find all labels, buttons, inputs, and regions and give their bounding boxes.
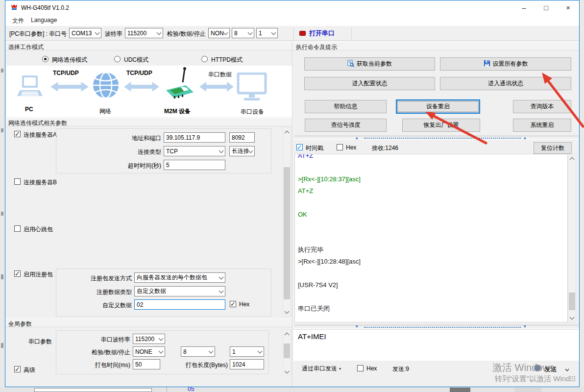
work-mode-group-header: 选择工作模式 [5, 42, 292, 50]
horizontal-splitter[interactable]: ▾ ▾ [294, 325, 579, 329]
global-parity-select[interactable]: NONE [133, 346, 165, 357]
floppy-disk-icon [484, 60, 490, 68]
background-window-fragment [1, 212, 3, 216]
log-output[interactable]: AT+Z >[Rx<-][10:28:37][asc] AT+Z OK 执行完毕… [294, 154, 568, 322]
send-input[interactable]: AT+IMEI [293, 329, 580, 361]
regpack-send-mode-select[interactable]: 向服务器发送的每个数据包 [134, 272, 225, 283]
panel-divider [292, 41, 293, 387]
button-label: 设备重启 [426, 102, 450, 111]
send-via-serial-dropdown[interactable]: 通过串口发送 ▾ [302, 365, 341, 373]
databits-select[interactable]: 8 [232, 28, 254, 38]
conn-type-select[interactable]: TCP [164, 146, 225, 156]
global-databits-value: 8 [183, 348, 209, 355]
background-window-fragment [1, 128, 3, 132]
net-params-scrollbar[interactable] [283, 127, 291, 317]
server-b-label: 连接服务器B [24, 178, 57, 187]
background-window-fragment [1, 274, 3, 279]
server-a-checkbox[interactable] [14, 131, 21, 137]
radio-net-passthrough-label: 网络透传模式 [52, 56, 87, 64]
persist-conn-select[interactable]: 长连接 [229, 146, 255, 156]
minimize-button[interactable]: – [513, 0, 535, 15]
help-info-button[interactable]: 帮助信息 [305, 100, 387, 113]
desktop: { "window": { "title": "WH-G405tf V1.0.2… [0, 0, 584, 392]
radio-udc-mode[interactable] [114, 56, 121, 62]
app-logo-icon [10, 3, 18, 13]
regpack-data-type-select[interactable]: 自定义数据 [134, 286, 225, 296]
regpack-send-mode-value: 向服务器发送的每个数据包 [137, 273, 219, 282]
scrollbar-thumb[interactable] [284, 167, 290, 299]
factory-reset-button[interactable]: 恢复出厂设置 [402, 119, 480, 132]
diagram-link-label: TCP/UDP [53, 70, 79, 76]
radio-net-passthrough[interactable] [42, 56, 49, 62]
advanced-checkbox[interactable] [14, 366, 21, 372]
set-all-params-button[interactable]: 设置所有参数 [440, 57, 571, 71]
global-stopbits-select[interactable]: 1 [230, 346, 264, 357]
send-button[interactable]: 发送 [544, 365, 557, 374]
enter-config-button[interactable]: 进入配置状态 [304, 77, 435, 90]
window-title: WH-G405tf V1.0.2 [21, 4, 69, 11]
stopbits-select[interactable]: 1 [256, 28, 278, 38]
collapse-up-icon[interactable]: ▴ [524, 134, 526, 141]
com-port-select[interactable]: COM13 [69, 28, 101, 38]
get-params-button[interactable]: 获取当前参数 [304, 57, 435, 71]
regpack-hex-checkbox[interactable] [230, 301, 236, 307]
background-window-fragment [1, 69, 3, 73]
query-version-button[interactable]: 查询版本 [513, 100, 571, 113]
collapse-up-icon[interactable]: ▴ [356, 134, 358, 141]
radio-httpd-mode[interactable] [201, 56, 208, 62]
parity-label: 检验/数据/停止 [167, 30, 206, 38]
collapse-down-icon[interactable]: ▾ [524, 323, 526, 330]
server-a-port-input[interactable] [229, 132, 255, 143]
scrollbar-thumb[interactable] [569, 293, 575, 310]
conn-type-value: TCP [166, 148, 219, 155]
send-hex-checkbox[interactable] [357, 365, 364, 371]
pack-len-input[interactable] [230, 359, 264, 369]
horizontal-splitter[interactable]: ▴ ▴ [294, 136, 579, 140]
server-a-address-input[interactable] [164, 132, 225, 143]
global-databits-select[interactable]: 8 [181, 346, 215, 357]
device-restart-button[interactable]: 设备重启 [396, 99, 480, 114]
pack-time-input[interactable] [133, 359, 160, 369]
scroll-up-icon[interactable] [285, 332, 289, 336]
chevron-down-icon [219, 289, 224, 294]
heartbeat-checkbox[interactable] [14, 225, 21, 232]
maximize-button[interactable]: □ [535, 0, 557, 15]
chevron-down-icon [271, 31, 276, 36]
net-params-group-header: 网络透传模式相关参数 [5, 118, 292, 126]
menu-language[interactable]: Language [31, 17, 57, 24]
chevron-down-icon [219, 149, 224, 154]
send-hex-label: Hex [366, 365, 377, 372]
collapse-down-icon[interactable]: ▾ [356, 323, 358, 330]
log-hex-checkbox[interactable] [337, 144, 343, 150]
regpack-checkbox[interactable] [14, 270, 21, 277]
menu-file[interactable]: 文件 [12, 17, 24, 25]
open-serial-button[interactable]: 打开串口 [299, 28, 335, 39]
scroll-down-icon[interactable] [285, 310, 289, 314]
log-line: AT+Z [298, 154, 564, 162]
global-baud-select[interactable]: 115200 [133, 334, 165, 344]
log-scrollbar[interactable] [568, 154, 576, 322]
parity-select[interactable]: NONE [208, 28, 230, 38]
system-restart-button[interactable]: 系统重启 [513, 119, 571, 132]
enter-comm-button[interactable]: 进入通讯状态 [440, 77, 571, 90]
scroll-up-icon[interactable] [285, 130, 289, 134]
background-window-strip: 05 [0, 387, 584, 392]
timeout-input[interactable] [164, 160, 225, 170]
resize-grip[interactable] [570, 376, 576, 382]
timestamp-checkbox[interactable] [296, 144, 303, 150]
log-line: OK [298, 209, 564, 220]
scroll-down-icon[interactable] [285, 369, 289, 374]
baud-select[interactable]: 115200 [125, 28, 163, 38]
scrollbar-thumb[interactable] [284, 343, 290, 358]
global-params-group-header: 全局参数 [5, 318, 292, 327]
custom-data-input[interactable] [134, 299, 225, 310]
chevron-down-icon [565, 367, 569, 370]
scroll-down-icon[interactable] [570, 316, 574, 320]
global-params-scrollbar[interactable] [283, 329, 291, 376]
query-signal-button[interactable]: 查信号强度 [305, 119, 387, 132]
reset-count-button[interactable]: 复位计数 [534, 142, 572, 154]
close-button[interactable]: × [557, 0, 579, 15]
server-b-checkbox[interactable] [14, 178, 21, 185]
chevron-down-icon [159, 349, 164, 354]
scroll-up-icon[interactable] [570, 156, 574, 161]
